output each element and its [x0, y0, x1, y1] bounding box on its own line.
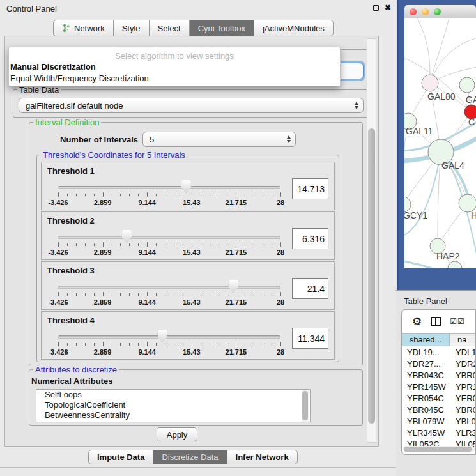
scrollbar-thumb[interactable] — [368, 128, 375, 424]
threshold-slider[interactable]: -3.4262.8599.14415.4321.71528 — [58, 230, 280, 259]
table-row[interactable]: YBL079WYBL07 — [402, 415, 475, 427]
threshold-label: Threshold 3 — [47, 266, 95, 275]
table-hscrollbar[interactable] — [403, 446, 475, 452]
gear-icon[interactable]: ⚙ — [412, 316, 422, 327]
checkbox-icons[interactable]: ☑☑ — [450, 317, 465, 326]
tab-impute-data[interactable]: Impute Data — [88, 450, 153, 464]
right-column: GAL80GACGAL11GAL4GCY1HHAP2 Table Panel ⚙… — [396, 0, 476, 476]
close-traffic-light-icon[interactable] — [410, 8, 417, 15]
slider-thumb[interactable] — [158, 330, 167, 343]
network-node[interactable] — [459, 77, 475, 93]
network-canvas[interactable]: GAL80GACGAL11GAL4GCY1HHAP2 — [404, 18, 476, 268]
stepper-arrows-icon — [287, 135, 291, 143]
algorithm-option[interactable]: Equal Width/Frequency Discretization — [9, 73, 340, 84]
column-header-shared[interactable]: shared... — [402, 334, 450, 346]
cyni-toolbox-panel: Discretization Algorithm Select algorith… — [4, 36, 379, 447]
dropdown-hint: Select algorithm to view settings — [9, 47, 340, 61]
threshold-value-field[interactable]: 11.344 — [292, 328, 328, 349]
cell-name: YBR04 — [450, 371, 475, 380]
cell-shared-name: YDR27... — [402, 359, 450, 369]
table-row[interactable]: YDR27...YDR27 — [402, 358, 475, 369]
table-toolbar: ⚙ ☑☑ — [402, 310, 475, 333]
slider-thumb[interactable] — [181, 180, 191, 194]
cell-shared-name: YBR043C — [402, 371, 450, 380]
tick-label: 21.715 — [226, 199, 247, 206]
close-icon[interactable]: ✖ — [385, 4, 391, 11]
table-row[interactable]: YER054CYER05 — [402, 392, 475, 404]
threshold-label: Threshold 4 — [47, 316, 95, 325]
bottom-tab-strip: Impute DataDiscretize DataInfer Network — [0, 447, 396, 476]
tab-jactivemnodules[interactable]: jActiveMNodules — [254, 20, 334, 36]
tab-style[interactable]: Style — [113, 20, 150, 36]
network-edge[interactable] — [404, 153, 441, 238]
hscrollbar-thumb[interactable] — [404, 447, 472, 452]
threshold-slider[interactable]: -3.4262.8599.14415.4321.71528 — [58, 330, 280, 359]
attribute-item[interactable]: TopologicalCoefficient — [36, 400, 310, 410]
threshold-slider[interactable]: -3.4262.8599.14415.4321.71528 — [58, 180, 280, 210]
tab-discretize-data[interactable]: Discretize Data — [153, 450, 227, 464]
float-panel-icon[interactable] — [373, 5, 379, 11]
apply-button[interactable]: Apply — [157, 427, 197, 441]
table-row[interactable]: YBR043CYBR04 — [402, 369, 475, 381]
tick-label: 21.715 — [226, 249, 247, 256]
split-columns-icon[interactable] — [431, 317, 441, 326]
table-rows: YDL19...YDL19YDR27...YDR27YBR043CYBR04YP… — [402, 346, 475, 450]
control-panel-tabs: NetworkStyleSelectCyni ToolboxjActiveMNo… — [54, 20, 334, 36]
table-data-combobox[interactable]: galFiltered.sif default node — [19, 98, 364, 113]
network-edge[interactable] — [404, 261, 476, 268]
number-of-intervals-combobox[interactable]: 5 — [142, 132, 296, 147]
tick-label: -3.426 — [48, 348, 68, 356]
cell-shared-name: YLR345W — [402, 428, 450, 438]
cell-name: YBR04 — [450, 405, 475, 415]
threshold-label: Threshold 1 — [47, 166, 95, 176]
list-scrollbar[interactable] — [302, 390, 309, 422]
tick-label: 28 — [277, 249, 284, 256]
tab-cyni-toolbox[interactable]: Cyni Toolbox — [189, 20, 254, 36]
table-data-value: galFiltered.sif default node — [26, 101, 123, 111]
tab-label: jActiveMNodules — [263, 24, 325, 33]
cell-name: YER05 — [450, 394, 475, 403]
table-header: shared... na — [402, 333, 475, 346]
threshold-slider[interactable]: -3.4262.8599.14415.4321.71528 — [58, 280, 280, 309]
algorithm-option[interactable]: Manual Discretization — [9, 61, 340, 73]
tab-network[interactable]: Network — [53, 20, 114, 36]
control-panel-window: Control Panel ✖ NetworkStyleSelectCyni T… — [0, 0, 396, 476]
tab-infer-network[interactable]: Infer Network — [227, 450, 298, 464]
cell-name: YLR34 — [450, 428, 475, 438]
table-row[interactable]: YPR145WYPR14 — [402, 381, 475, 392]
threshold-value-field[interactable]: 6.316 — [292, 228, 328, 249]
group-title: Interval Definition — [33, 118, 101, 127]
table-panel: Table Panel ⚙ ☑☑ shared... na YDL19...YD… — [396, 290, 476, 476]
cell-shared-name: YBR045C — [402, 405, 450, 415]
network-node[interactable] — [459, 194, 476, 212]
tab-label: Cyni Toolbox — [198, 24, 245, 33]
numerical-attributes-list[interactable]: SelfLoopsTopologicalCoefficientBetweenne… — [36, 389, 311, 422]
table-row[interactable]: YBR045CYBR04 — [402, 404, 475, 415]
network-edge[interactable] — [417, 18, 430, 83]
cell-shared-name: YER054C — [402, 394, 450, 403]
threshold-value-field[interactable]: 14.713 — [292, 178, 328, 199]
tick-label: 15.43 — [183, 199, 201, 206]
panel-scrollbar[interactable] — [367, 38, 376, 443]
tick-label: 15.43 — [183, 348, 201, 356]
node-label: GAL11 — [406, 126, 433, 136]
network-node[interactable] — [422, 75, 438, 91]
zoom-traffic-light-icon[interactable] — [434, 8, 441, 15]
slider-thumb[interactable] — [122, 230, 132, 243]
slider-thumb[interactable] — [229, 280, 238, 293]
node-table: ⚙ ☑☑ shared... na YDL19...YDL19YDR27...Y… — [401, 309, 476, 455]
table-row[interactable]: YDL19...YDL19 — [402, 346, 475, 358]
column-header-name[interactable]: na — [450, 334, 475, 346]
attribute-item[interactable]: SelfLoops — [36, 390, 310, 400]
tab-select[interactable]: Select — [149, 20, 190, 36]
tick-label: 28 — [277, 348, 284, 356]
attribute-item[interactable]: BetweennessCentrality — [36, 410, 310, 420]
minimize-traffic-light-icon[interactable] — [422, 8, 429, 15]
tick-label: 2.859 — [94, 249, 112, 256]
node-label: GAL80 — [427, 91, 456, 102]
table-row[interactable]: YLR345WYLR34 — [402, 427, 475, 438]
node-label: H — [471, 210, 476, 220]
threshold-value-field[interactable]: 21.4 — [292, 278, 328, 299]
network-edge[interactable] — [430, 18, 449, 83]
table-panel-title: Table Panel — [404, 296, 447, 306]
